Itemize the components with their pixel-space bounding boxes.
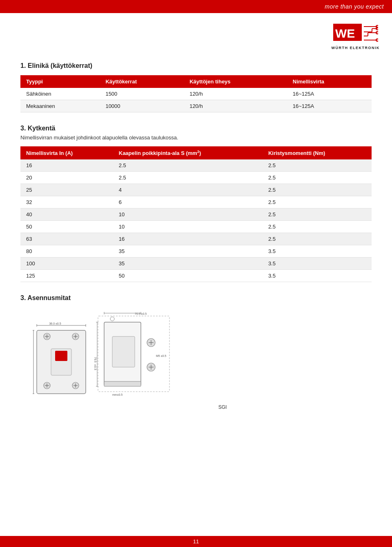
- col-tyyppi: Tyyppi: [20, 75, 100, 88]
- svg-rect-22: [55, 351, 67, 361]
- svg-rect-46: [104, 381, 141, 386]
- svg-text:mm±0.5: mm±0.5: [112, 393, 122, 396]
- svg-point-38: [110, 317, 114, 321]
- table-row: 50102.5: [20, 221, 372, 233]
- table2-header-row: Nimellisvirta In (A) Kaapelin poikkipint…: [20, 146, 372, 159]
- diagram-front-svg: 36.0 ±0.5: [33, 322, 90, 400]
- tagline: more than you expect: [325, 3, 384, 10]
- page-number: 11: [193, 538, 199, 545]
- we-logo: WE WÜRTH ELEKTRONIK: [332, 20, 380, 50]
- elinika-table: Tyyppi Käyttökerrat Käyttöjen tiheys Nim…: [20, 75, 372, 112]
- diagram-label: SGI: [74, 404, 372, 410]
- table-row: 3262.5: [20, 196, 372, 208]
- section1-title: 1. Elinikä (käyttökerrat): [20, 62, 372, 69]
- col-nimellisvirta: Nimellisvirta: [287, 75, 372, 88]
- page-footer: 11: [0, 536, 392, 547]
- svg-text:M5 ±0.5: M5 ±0.5: [156, 354, 166, 357]
- col-kayttokerrat: Käyttökerrat: [100, 75, 184, 88]
- kytkenta-description: Nimellisvirran mukaiset johdinkoot alapu…: [20, 135, 372, 141]
- diagram-side-view: 70.5 ±0.5 79.5 ±0.5 M5 ±0.5 mm±0.5: [94, 310, 176, 401]
- logo-area: WE WÜRTH ELEKTRONIK: [0, 13, 392, 54]
- table-row: Mekaaninen10000120/h16~125A: [20, 100, 372, 112]
- table1-header-row: Tyyppi Käyttökerrat Käyttöjen tiheys Nim…: [20, 75, 372, 88]
- table-row: 125503.5: [20, 270, 372, 282]
- table-row: 40102.5: [20, 208, 372, 221]
- main-content: 1. Elinikä (käyttökerrat) Tyyppi Käyttök…: [0, 54, 392, 426]
- col-kiristysmomentti: Kiristysmomentti (Nm): [263, 146, 372, 159]
- kytkenta-title: 3. Kytkentä: [20, 125, 372, 132]
- svg-text:70.5 ±0.5: 70.5 ±0.5: [135, 312, 147, 315]
- diagram-side-svg: 70.5 ±0.5 79.5 ±0.5 M5 ±0.5 mm±0.5: [94, 310, 176, 400]
- svg-rect-39: [112, 336, 135, 367]
- we-logo-svg: WE: [333, 20, 378, 45]
- svg-text:79.5 ±0.5: 79.5 ±0.5: [94, 357, 97, 370]
- col-kayttojen-tiheys: Käyttöjen tiheys: [184, 75, 287, 88]
- table-row: 63162.5: [20, 233, 372, 245]
- top-bar: more than you expect: [0, 0, 392, 13]
- col-kaapelin-poikkipinta: Kaapelin poikkipinta-ala S (mm2): [113, 146, 263, 159]
- table-row: 100353.5: [20, 258, 372, 270]
- kytkenta-section: 3. Kytkentä Nimellisvirran mukaiset johd…: [20, 125, 372, 141]
- kytkenta-table: Nimellisvirta In (A) Kaapelin poikkipint…: [20, 146, 372, 282]
- svg-text:36.0 ±0.5: 36.0 ±0.5: [49, 322, 61, 325]
- diagram-front-view: 36.0 ±0.5: [33, 322, 90, 401]
- svg-text:WE: WE: [335, 27, 355, 40]
- diagram-area: 36.0 ±0.5: [33, 310, 372, 401]
- table-row: 162.52.5: [20, 159, 372, 172]
- col-nimellisvirta-in: Nimellisvirta In (A): [20, 146, 113, 159]
- logo-brand-text: WÜRTH ELEKTRONIK: [332, 46, 380, 50]
- table-row: Sähköinen1500120/h16~125A: [20, 88, 372, 100]
- table-row: 202.52.5: [20, 172, 372, 184]
- asennusmitat-title: 3. Asennusmitat: [20, 294, 372, 302]
- table-row: 2542.5: [20, 184, 372, 196]
- table-row: 80353.5: [20, 245, 372, 258]
